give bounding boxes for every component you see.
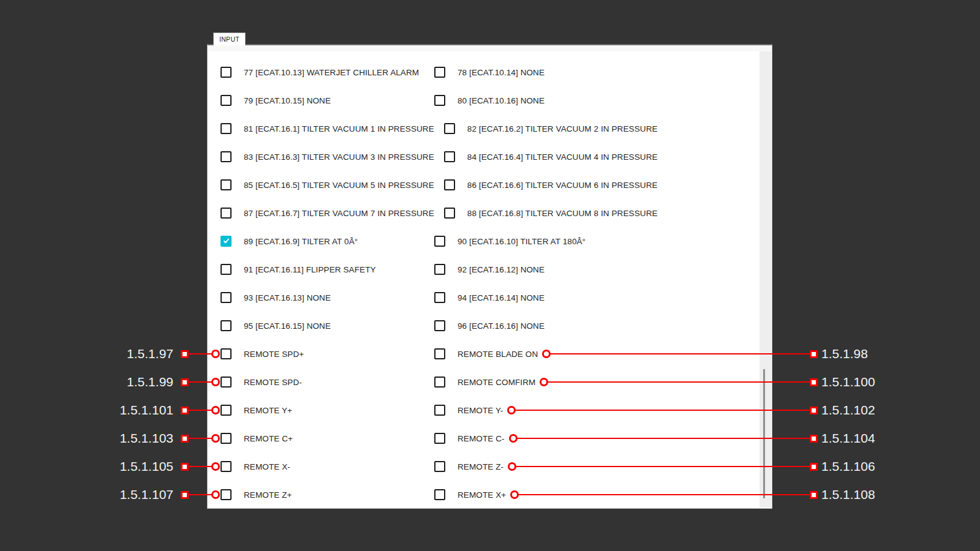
checkbox-label: 86 [ECAT.16.6] TILTER VACUUM 6 IN PRESSU… — [467, 181, 658, 190]
input-cell-right: 92 [ECAT.16.12] NONE — [434, 264, 545, 275]
callout-square-marker — [181, 378, 189, 386]
checkbox[interactable] — [221, 348, 232, 359]
checkbox-label: 89 [ECAT.16.9] TILTER AT 0Â° — [244, 237, 358, 246]
scrollbar-track[interactable] — [760, 51, 771, 508]
input-cell-left: REMOTE SPD+ — [221, 348, 434, 359]
input-row: 93 [ECAT.16.13] NONE94 [ECAT.16.14] NONE — [221, 283, 757, 312]
input-cell-right: REMOTE Y- — [434, 405, 503, 416]
callout-square-marker — [181, 407, 189, 414]
callout-square-marker — [181, 350, 189, 358]
input-row: 83 [ECAT.16.3] TILTER VACUUM 3 IN PRESSU… — [221, 143, 757, 171]
checkbox[interactable] — [221, 179, 232, 190]
callout-square-marker — [810, 463, 818, 471]
checkbox-label: 81 [ECAT.16.1] TILTER VACUUM 1 IN PRESSU… — [244, 124, 434, 133]
input-cell-left: 77 [ECAT.10.13] WATERJET CHILLER ALARM — [221, 67, 434, 78]
callout-square-marker — [181, 463, 189, 471]
checkbox[interactable] — [221, 151, 232, 162]
callout-square-marker — [810, 491, 818, 499]
checkbox[interactable] — [221, 320, 232, 331]
input-cell-left: 89 [ECAT.16.9] TILTER AT 0Â° — [221, 236, 434, 247]
input-cell-right: 86 [ECAT.16.6] TILTER VACUUM 6 IN PRESSU… — [444, 179, 658, 190]
checkbox[interactable] — [221, 95, 232, 106]
input-cell-right: 96 [ECAT.16.16] NONE — [434, 320, 545, 331]
checkbox[interactable] — [434, 433, 445, 444]
checkbox-label: REMOTE COMFIRM — [458, 378, 535, 387]
input-cell-right: REMOTE C- — [434, 433, 505, 444]
tab-input[interactable]: INPUT — [213, 32, 246, 45]
checkbox[interactable] — [221, 405, 232, 416]
checkbox-label: 91 [ECAT.16.11] FLIPPER SAFETY — [244, 265, 376, 274]
input-row: 95 [ECAT.16.15] NONE96 [ECAT.16.16] NONE — [221, 312, 757, 340]
input-row: REMOTE Y+REMOTE Y- — [221, 396, 757, 424]
callout-square-marker — [181, 435, 189, 443]
checkbox[interactable] — [221, 292, 232, 303]
callout-label-right: 1.5.1.106 — [821, 457, 875, 476]
checkbox[interactable] — [221, 123, 232, 134]
input-row: 77 [ECAT.10.13] WATERJET CHILLER ALARM78… — [221, 58, 757, 86]
input-cell-left: 83 [ECAT.16.3] TILTER VACUUM 3 IN PRESSU… — [221, 151, 444, 162]
callout-label-right: 1.5.1.102 — [821, 401, 875, 419]
checkbox[interactable] — [221, 208, 232, 219]
checkbox[interactable] — [434, 67, 445, 78]
checkbox-label: 80 [ECAT.10.16] NONE — [458, 96, 545, 105]
input-cell-left: 91 [ECAT.16.11] FLIPPER SAFETY — [221, 264, 434, 275]
input-cell-right: 82 [ECAT.16.2] TILTER VACUUM 2 IN PRESSU… — [444, 123, 658, 134]
input-cell-left: 81 [ECAT.16.1] TILTER VACUUM 1 IN PRESSU… — [221, 123, 444, 134]
checkbox[interactable] — [221, 461, 232, 472]
checkbox-label: 94 [ECAT.16.14] NONE — [458, 293, 545, 302]
input-cell-right: REMOTE X+ — [434, 489, 506, 500]
checkbox[interactable] — [434, 95, 445, 106]
checkbox-label: 90 [ECAT.16.10] TILTER AT 180Â° — [458, 237, 586, 246]
checkbox[interactable] — [434, 405, 445, 416]
checkbox[interactable] — [221, 67, 232, 78]
input-cell-right: 90 [ECAT.16.10] TILTER AT 180Â° — [434, 236, 586, 247]
checkbox-label: REMOTE BLADE ON — [458, 350, 538, 359]
input-cell-left: REMOTE C+ — [221, 433, 434, 444]
callout-label-right: 1.5.1.108 — [821, 485, 875, 504]
input-row: REMOTE X-REMOTE Z- — [221, 452, 757, 481]
checkbox[interactable] — [221, 489, 232, 500]
checkbox-label: 82 [ECAT.16.2] TILTER VACUUM 2 IN PRESSU… — [467, 124, 658, 133]
input-cell-left: REMOTE SPD- — [221, 377, 434, 388]
checkbox[interactable] — [444, 179, 455, 190]
checkbox[interactable] — [434, 236, 445, 247]
input-cell-left: REMOTE X- — [221, 461, 434, 472]
checkbox[interactable] — [444, 123, 455, 134]
checkbox[interactable] — [444, 208, 455, 219]
input-cell-left: REMOTE Z+ — [221, 489, 434, 500]
scrollbar-thumb[interactable] — [763, 369, 765, 498]
callout-label-left: 1.5.1.105 — [55, 457, 173, 476]
checkbox-label: 85 [ECAT.16.5] TILTER VACUUM 5 IN PRESSU… — [244, 181, 434, 190]
checkbox[interactable] — [434, 292, 445, 303]
checkbox[interactable] — [434, 377, 445, 388]
input-row: 89 [ECAT.16.9] TILTER AT 0Â°90 [ECAT.16.… — [221, 227, 757, 255]
checkbox[interactable] — [434, 320, 445, 331]
screen: INPUT 77 [ECAT.10.13] WATERJET CHILLER A… — [0, 0, 980, 551]
checkbox-label: REMOTE X+ — [458, 490, 506, 500]
callout-label-right: 1.5.1.100 — [821, 373, 875, 391]
input-cell-right: 78 [ECAT.10.14] NONE — [434, 67, 545, 78]
callout-square-marker — [810, 378, 818, 386]
input-row: REMOTE C+REMOTE C- — [221, 424, 757, 452]
checkbox-label: REMOTE Z+ — [244, 490, 292, 500]
checkbox[interactable] — [434, 264, 445, 275]
input-cell-right: REMOTE BLADE ON — [434, 348, 538, 359]
checkbox[interactable] — [221, 264, 232, 275]
checkbox-checked[interactable] — [221, 236, 232, 247]
tab-bar-strip — [208, 45, 772, 51]
callout-label-left: 1.5.1.97 — [55, 345, 173, 363]
callout-square-marker — [810, 350, 818, 358]
checkbox-label: 96 [ECAT.16.16] NONE — [458, 321, 545, 331]
checkbox[interactable] — [221, 377, 232, 388]
callout-label-left: 1.5.1.101 — [55, 401, 173, 419]
checkbox[interactable] — [434, 489, 445, 500]
checkbox[interactable] — [434, 461, 445, 472]
input-cell-right: REMOTE COMFIRM — [434, 377, 535, 388]
checkbox[interactable] — [221, 433, 232, 444]
callout-square-marker — [181, 491, 189, 499]
checkbox-label: 77 [ECAT.10.13] WATERJET CHILLER ALARM — [244, 68, 419, 77]
checkbox-label: REMOTE Y+ — [244, 406, 292, 415]
checkbox[interactable] — [434, 348, 445, 359]
checkbox[interactable] — [444, 151, 455, 162]
checkbox-label: REMOTE C+ — [244, 434, 293, 443]
